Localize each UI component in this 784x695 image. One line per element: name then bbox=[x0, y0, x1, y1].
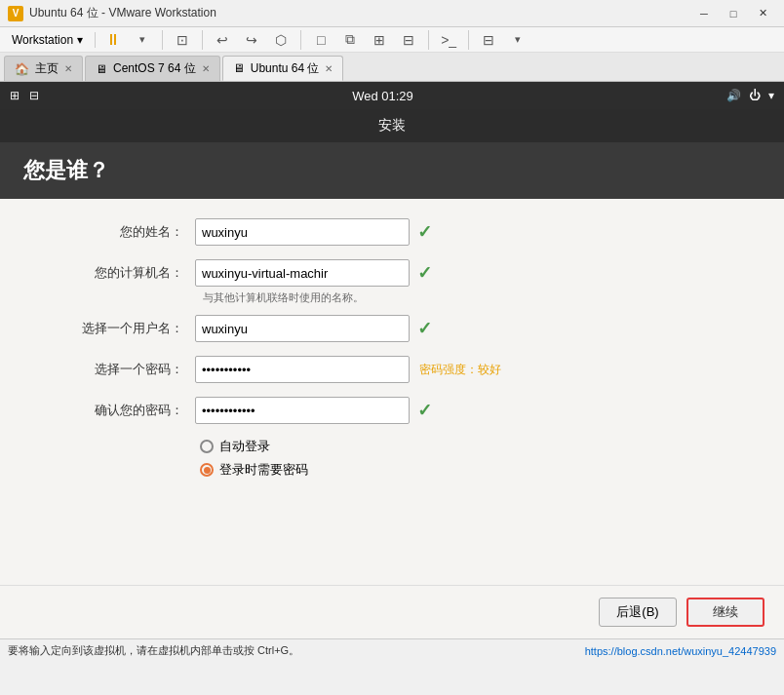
toolbar-btn3[interactable]: ↪ bbox=[238, 27, 265, 53]
toolbar-dropdown2[interactable]: ▾ bbox=[504, 27, 531, 53]
topbar-right: 🔊 ⏻ ▾ bbox=[726, 89, 774, 102]
grid-icon: ⊞ bbox=[10, 89, 20, 102]
form-row-confirm-password: 确认您的密码： ✓ bbox=[39, 397, 745, 424]
input-computer[interactable] bbox=[195, 259, 410, 287]
toolbar-sep3 bbox=[300, 30, 301, 50]
radio-autologin-label: 自动登录 bbox=[219, 438, 270, 455]
toolbar-btn1[interactable]: ⊡ bbox=[169, 27, 196, 53]
form-row-computer: 您的计算机名： ✓ bbox=[39, 259, 745, 287]
input-password[interactable] bbox=[195, 356, 410, 383]
label-computer: 您的计算机名： bbox=[39, 264, 195, 282]
app-icon: V bbox=[8, 6, 23, 21]
toolbar-monitor[interactable]: ⊟ bbox=[475, 27, 502, 53]
check-username: ✓ bbox=[417, 318, 432, 339]
ubuntu-topbar: ⊞ ⊟ Wed 01:29 🔊 ⏻ ▾ bbox=[0, 82, 784, 109]
toolbar-sep2 bbox=[202, 30, 203, 50]
form-row-name: 您的姓名： ✓ bbox=[39, 218, 745, 246]
maximize-button[interactable]: □ bbox=[720, 3, 747, 24]
toolbar-btn2[interactable]: ↩ bbox=[209, 27, 236, 53]
topbar-time: Wed 01:29 bbox=[352, 89, 413, 103]
installer-buttons: 后退(B) 继续 bbox=[0, 585, 784, 638]
tab-ubuntu-close[interactable]: ✕ bbox=[325, 63, 333, 74]
tab-home[interactable]: 🏠 主页 ✕ bbox=[4, 56, 83, 81]
toolbar-sep5 bbox=[468, 30, 469, 50]
window-title: Ubuntu 64 位 - VMware Workstation bbox=[29, 5, 690, 21]
back-button[interactable]: 后退(B) bbox=[599, 598, 677, 627]
status-right: https://blog.csdn.net/wuxinyu_42447939 bbox=[585, 645, 776, 657]
tab-centos-close[interactable]: ✕ bbox=[202, 63, 210, 74]
computer-hint: 与其他计算机联络时使用的名称。 bbox=[203, 290, 364, 305]
topbar-left-icons: ⊞ ⊟ bbox=[10, 89, 39, 102]
menu-workstation-arrow: ▾ bbox=[77, 33, 83, 47]
tab-ubuntu-label: Ubuntu 64 位 bbox=[251, 60, 320, 77]
toolbar-terminal[interactable]: >_ bbox=[435, 27, 462, 53]
toolbar-btn5[interactable]: □ bbox=[307, 27, 334, 53]
form-row-password: 选择一个密码： 密码强度：较好 bbox=[39, 356, 745, 383]
check-confirm-password: ✓ bbox=[417, 400, 432, 421]
toolbar-sep4 bbox=[428, 30, 429, 50]
menu-bar: Workstation ▾ ⏸ ▾ ⊡ ↩ ↪ ⬡ □ ⧉ ⊞ ⊟ >_ ⊟ ▾ bbox=[0, 27, 784, 53]
menu-workstation[interactable]: Workstation ▾ bbox=[4, 30, 91, 50]
centos-icon: 🖥 bbox=[96, 62, 107, 76]
password-strength: 密码强度：较好 bbox=[419, 362, 501, 378]
title-bar: V Ubuntu 64 位 - VMware Workstation ─ □ ✕ bbox=[0, 0, 784, 27]
status-left: 要将输入定向到该虚拟机，请在虚拟机内部单击或按 Ctrl+G。 bbox=[8, 643, 299, 658]
label-username: 选择一个用户名： bbox=[39, 320, 195, 337]
topbar-dropdown-icon: ▾ bbox=[768, 89, 774, 102]
toolbar-btn4[interactable]: ⬡ bbox=[267, 27, 294, 53]
radio-autologin-circle[interactable] bbox=[200, 440, 214, 453]
toolbar-btn7[interactable]: ⊞ bbox=[366, 27, 393, 53]
ubuntu-icon: 🖥 bbox=[233, 61, 245, 75]
radio-group: 自动登录 登录时需要密码 bbox=[200, 438, 745, 479]
installer-header: 安装 bbox=[0, 109, 784, 142]
menu-workstation-label: Workstation bbox=[12, 33, 73, 47]
toolbar-btn8[interactable]: ⊟ bbox=[395, 27, 422, 53]
label-password: 选择一个密码： bbox=[39, 361, 195, 378]
toolbar-dropdown1[interactable]: ▾ bbox=[129, 27, 156, 53]
status-bar: 要将输入定向到该虚拟机，请在虚拟机内部单击或按 Ctrl+G。 https://… bbox=[0, 638, 784, 662]
installer-form: 您的姓名： ✓ 您的计算机名： ✓ 与其他计算机联络时使用的名称。 选择一个用户… bbox=[0, 199, 784, 585]
label-name: 您的姓名： bbox=[39, 223, 195, 241]
tab-centos-label: CentOS 7 64 位 bbox=[113, 60, 196, 77]
home-icon: 🏠 bbox=[15, 62, 29, 76]
tab-ubuntu[interactable]: 🖥 Ubuntu 64 位 ✕ bbox=[222, 56, 344, 81]
tab-bar: 🏠 主页 ✕ 🖥 CentOS 7 64 位 ✕ 🖥 Ubuntu 64 位 ✕ bbox=[0, 53, 784, 82]
label-confirm-password: 确认您的密码： bbox=[39, 402, 195, 419]
computer-hint-row: 与其他计算机联络时使用的名称。 bbox=[39, 290, 745, 305]
form-row-username: 选择一个用户名： ✓ bbox=[39, 315, 745, 342]
power-icon: ⏻ bbox=[749, 89, 761, 102]
minimize-button[interactable]: ─ bbox=[690, 3, 718, 24]
radio-requirepassword-label: 登录时需要密码 bbox=[219, 461, 308, 479]
radio-autologin[interactable]: 自动登录 bbox=[200, 438, 745, 455]
tab-centos[interactable]: 🖥 CentOS 7 64 位 ✕ bbox=[85, 56, 220, 81]
continue-button[interactable]: 继续 bbox=[686, 598, 764, 627]
grid2-icon: ⊟ bbox=[29, 89, 39, 102]
close-button[interactable]: ✕ bbox=[749, 3, 776, 24]
sound-icon: 🔊 bbox=[726, 89, 741, 102]
vm-area[interactable]: ⊞ ⊟ Wed 01:29 🔊 ⏻ ▾ 安装 您是谁？ 您的姓名： ✓ 您的计算… bbox=[0, 82, 784, 638]
window-controls: ─ □ ✕ bbox=[690, 3, 776, 24]
menu-sep-1 bbox=[95, 32, 96, 48]
tab-home-label: 主页 bbox=[35, 60, 59, 77]
input-name[interactable] bbox=[195, 218, 410, 246]
input-username[interactable] bbox=[195, 315, 410, 342]
input-confirm-password[interactable] bbox=[195, 397, 410, 424]
toolbar-pause[interactable]: ⏸ bbox=[99, 27, 127, 53]
tab-home-close[interactable]: ✕ bbox=[64, 63, 72, 74]
radio-requirepassword-circle[interactable] bbox=[200, 463, 214, 477]
main-toolbar: ⏸ ▾ ⊡ ↩ ↪ ⬡ □ ⧉ ⊞ ⊟ >_ ⊟ ▾ bbox=[99, 27, 780, 53]
radio-requirepassword[interactable]: 登录时需要密码 bbox=[200, 461, 745, 479]
check-computer: ✓ bbox=[417, 262, 432, 284]
toolbar-btn6[interactable]: ⧉ bbox=[336, 27, 364, 53]
installer-title: 您是谁？ bbox=[0, 142, 784, 199]
toolbar-sep1 bbox=[162, 30, 163, 50]
installer-content: 安装 您是谁？ 您的姓名： ✓ 您的计算机名： ✓ 与其他计算机联络时使用的名称… bbox=[0, 109, 784, 638]
check-name: ✓ bbox=[417, 221, 432, 243]
